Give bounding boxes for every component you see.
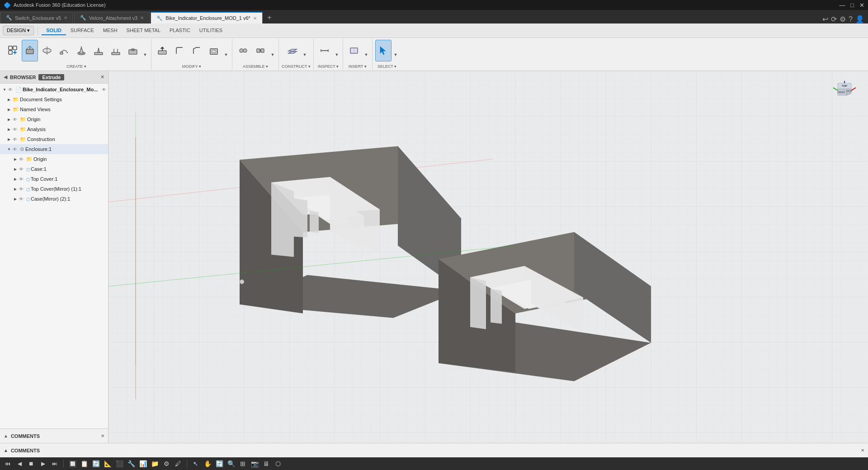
- tree-eye-casemirror[interactable]: 👁: [19, 197, 25, 202]
- tab-bar-icon-3[interactable]: ⚙: [840, 15, 846, 24]
- tab-pill-solid[interactable]: SOLID: [42, 26, 66, 35]
- nav-cursor-icon[interactable]: ↖: [191, 459, 201, 469]
- comments-expand-icon[interactable]: ▲: [4, 433, 8, 438]
- viewport[interactable]: TOP FRONT RIGHT: [108, 71, 868, 443]
- hole-btn[interactable]: [125, 40, 141, 61]
- design-button[interactable]: DESIGN ▾: [3, 26, 34, 35]
- tree-item-named-views[interactable]: ▶ 📁 Named Views: [0, 104, 108, 114]
- more-inspect-btn[interactable]: ▼: [334, 48, 340, 61]
- browser-back-icon[interactable]: ◀: [4, 74, 7, 80]
- tab-pill-utilities[interactable]: UTILITIES: [195, 26, 227, 35]
- tab-pill-surface[interactable]: SURFACE: [66, 26, 99, 35]
- status-icon-2[interactable]: 📋: [79, 459, 89, 469]
- tab-bar-icon-1[interactable]: ↩: [822, 15, 828, 24]
- tree-item-origin2[interactable]: ▶ 👁 📁 Origin: [0, 154, 108, 164]
- nav-render-icon[interactable]: ⬡: [273, 459, 283, 469]
- extrude-btn[interactable]: [22, 40, 38, 61]
- chamfer-btn[interactable]: [189, 40, 205, 61]
- comments-panel-close[interactable]: ✕: [861, 448, 864, 453]
- tree-eye-origin2[interactable]: 👁: [19, 157, 25, 162]
- comments-arrow-icon[interactable]: ▲: [4, 448, 8, 453]
- tab-switch-enclosure[interactable]: 🔧 Switch_Enclosure v5 ✕: [0, 12, 73, 24]
- tree-item-enclosure[interactable]: ▼ 👁 ⚙ Enclosure:1: [0, 144, 108, 154]
- tree-item-origin[interactable]: ▶ 👁 📁 Origin: [0, 114, 108, 124]
- status-icon-3[interactable]: 🔄: [91, 459, 101, 469]
- nav-view-icon[interactable]: 📷: [250, 459, 259, 469]
- nav-zoom-fit-icon[interactable]: ⊞: [238, 459, 248, 469]
- nav-pan-icon[interactable]: ✋: [203, 459, 212, 469]
- status-icon-4[interactable]: 📐: [103, 459, 113, 469]
- close-btn[interactable]: ✕: [859, 2, 864, 9]
- nav-zoom-in-icon[interactable]: 🔍: [226, 459, 236, 469]
- tab-bike-indicator[interactable]: 🔧 Bike_Indicator_Enclosure_MOD_1 v6* ✕: [151, 12, 263, 24]
- play-begin-icon[interactable]: ⏮: [3, 459, 13, 469]
- tree-visibility-icon[interactable]: 👁: [102, 87, 106, 92]
- tab-close-icon[interactable]: ✕: [64, 15, 67, 20]
- tree-item-topcover1[interactable]: ▶ 👁 ◻ Top Cover:1: [0, 174, 108, 184]
- more-assemble-btn[interactable]: ▼: [269, 48, 276, 61]
- comments-close-icon[interactable]: ✕: [101, 433, 104, 438]
- select-btn[interactable]: [375, 40, 392, 61]
- status-icon-6[interactable]: 🔧: [126, 459, 136, 469]
- tree-item-case1[interactable]: ▶ 👁 ◻ Case:1: [0, 164, 108, 174]
- offset-plane-btn[interactable]: [284, 40, 301, 61]
- play-stop-icon[interactable]: ⏹: [26, 459, 36, 469]
- maximize-btn[interactable]: □: [850, 2, 854, 9]
- tree-item-doc-settings[interactable]: ▶ 📁 Document Settings: [0, 94, 108, 104]
- more-modify-btn[interactable]: ▼: [223, 48, 229, 61]
- as-built-joint-btn[interactable]: [252, 40, 269, 61]
- rib-btn[interactable]: [90, 40, 107, 61]
- tree-eye-analysis[interactable]: 👁: [13, 127, 19, 132]
- fillet-btn[interactable]: [171, 40, 188, 61]
- shell-btn[interactable]: [206, 40, 222, 61]
- new-tab-button[interactable]: +: [264, 12, 275, 24]
- revolve-btn[interactable]: [39, 40, 55, 61]
- title-bar-controls[interactable]: — □ ✕: [839, 2, 864, 9]
- status-icon-7[interactable]: 📊: [138, 459, 148, 469]
- tab-pill-mesh[interactable]: MESH: [99, 26, 122, 35]
- web-btn[interactable]: [108, 40, 124, 61]
- nav-orbit-icon[interactable]: 🔄: [214, 459, 224, 469]
- tab-close-icon[interactable]: ✕: [140, 15, 144, 20]
- tree-eye-topcovermirror[interactable]: 👁: [19, 187, 25, 192]
- tree-eye-case1[interactable]: 👁: [19, 167, 25, 172]
- new-component-btn[interactable]: [5, 40, 21, 61]
- loft-btn[interactable]: [73, 40, 90, 61]
- browser-close-icon[interactable]: ✕: [100, 74, 104, 80]
- nav-display-icon[interactable]: 🖥: [261, 459, 271, 469]
- status-icon-10[interactable]: 🖊: [173, 459, 183, 469]
- tab-bar-icon-2[interactable]: ⟳: [831, 15, 837, 24]
- more-construct-btn[interactable]: ▼: [302, 48, 308, 61]
- tree-eye-construction[interactable]: 👁: [13, 137, 19, 142]
- tree-item-topcovermirror[interactable]: ▶ 👁 ◻ Top Cover(Mirror) (1):1: [0, 184, 108, 194]
- tree-item-analysis[interactable]: ▶ 👁 📁 Analysis: [0, 124, 108, 134]
- play-end-icon[interactable]: ⏭: [50, 459, 60, 469]
- tree-eye-topcover1[interactable]: 👁: [19, 177, 25, 182]
- more-create-btn[interactable]: ▼: [142, 48, 148, 61]
- tab-pill-sheet-metal[interactable]: SHEET METAL: [122, 26, 165, 35]
- tree-eye-enclosure[interactable]: 👁: [13, 147, 19, 152]
- more-select-btn[interactable]: ▼: [392, 48, 399, 61]
- tree-eye-origin[interactable]: 👁: [13, 117, 19, 122]
- sweep-btn[interactable]: [56, 40, 72, 61]
- play-prev-icon[interactable]: ◀: [14, 459, 24, 469]
- status-icon-5[interactable]: ⬛: [114, 459, 124, 469]
- tree-item-casemirror[interactable]: ▶ 👁 ◻ Case(Mirror) (2):1: [0, 194, 108, 204]
- insert-canvas-btn[interactable]: [346, 40, 362, 61]
- tree-item-root[interactable]: ▼ 👁 📄 Bike_Indicator_Enclosure_Mo... 👁: [0, 85, 108, 94]
- status-icon-9[interactable]: ⚙: [161, 459, 171, 469]
- press-pull-btn[interactable]: [154, 40, 170, 61]
- minimize-btn[interactable]: —: [839, 2, 845, 9]
- status-icon-1[interactable]: 🔲: [67, 459, 77, 469]
- play-next-icon[interactable]: ▶: [38, 459, 48, 469]
- tab-velcro-attachment[interactable]: 🔧 Velcro_Attachment v3 ✕: [74, 12, 150, 24]
- more-insert-btn[interactable]: ▼: [363, 48, 369, 61]
- tab-bar-icon-5[interactable]: 👤: [855, 15, 864, 24]
- joint-btn[interactable]: [235, 40, 251, 61]
- tree-eye-root[interactable]: 👁: [8, 87, 14, 92]
- tree-item-construction[interactable]: ▶ 👁 📁 Construction: [0, 134, 108, 144]
- view-cube[interactable]: TOP FRONT RIGHT: [826, 76, 863, 113]
- tab-pill-plastic[interactable]: PLASTIC: [165, 26, 195, 35]
- measure-btn[interactable]: [316, 40, 333, 61]
- status-icon-8[interactable]: 📁: [150, 459, 160, 469]
